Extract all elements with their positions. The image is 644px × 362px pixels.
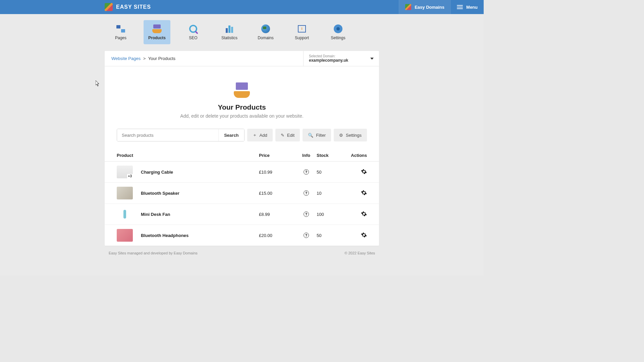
nav-label: Settings [331, 36, 345, 40]
product-price: £8.99 [259, 212, 296, 217]
product-name: Charging Cable [141, 170, 173, 175]
breadcrumb-separator: > [143, 56, 146, 61]
breadcrumb-row: Website Pages > Your Products Selected D… [105, 51, 379, 66]
mouse-cursor [96, 80, 100, 86]
info-icon[interactable]: ? [304, 169, 309, 175]
domain-selector[interactable]: Selected Domain: examplecompany.uk [303, 51, 379, 66]
nav-tabs: Pages Products SEO Statistics Domains Su… [0, 14, 484, 44]
info-icon[interactable]: ? [304, 212, 309, 217]
gear-icon: ⚙ [339, 133, 343, 138]
topbar: EASY SITES Easy Domains Menu [0, 0, 484, 14]
product-price: £10.99 [259, 170, 296, 175]
brand-name: EASY SITES [116, 4, 151, 10]
table-row[interactable]: Bluetooth Headphones£20.00?50 [105, 225, 379, 246]
row-actions-button[interactable] [361, 190, 367, 196]
main-card: Website Pages > Your Products Selected D… [105, 51, 379, 246]
support-icon [298, 25, 306, 33]
easy-domains-label: Easy Domains [415, 5, 444, 10]
breadcrumb: Website Pages > Your Products [105, 51, 303, 66]
product-name: Bluetooth Speaker [141, 191, 179, 196]
statistics-icon [226, 25, 233, 33]
col-product: Product [117, 153, 259, 158]
page-title: Your Products [111, 103, 372, 111]
search-input[interactable] [117, 129, 218, 141]
thumbnail-badge: +3 [127, 174, 133, 178]
seo-icon [189, 25, 197, 33]
globe-icon [261, 24, 270, 33]
nav-tab-products[interactable]: Products [144, 20, 170, 44]
nav-tab-domains[interactable]: Domains [252, 20, 279, 44]
nav-tab-pages[interactable]: Pages [107, 20, 134, 44]
product-price: £15.00 [259, 191, 296, 196]
nav-label: Support [295, 36, 309, 40]
chevron-down-icon [370, 58, 374, 60]
pages-icon [116, 25, 125, 33]
easy-domains-button[interactable]: Easy Domains [399, 0, 450, 14]
table-header: Product Price Info Stock Actions [105, 149, 379, 162]
logo-icon [105, 3, 113, 11]
edit-button[interactable]: ✎ Edit [275, 129, 300, 141]
menu-button[interactable]: Menu [450, 0, 484, 14]
col-stock: Stock [317, 153, 347, 158]
nav-label: Pages [115, 36, 126, 40]
menu-label: Menu [466, 5, 478, 10]
row-actions-button[interactable] [361, 232, 367, 238]
page-hero: Your Products Add, edit or delete your p… [105, 66, 379, 129]
breadcrumb-current: Your Products [148, 56, 175, 61]
col-info: Info [296, 153, 317, 158]
page-subtitle: Add, edit or delete your products availa… [111, 113, 372, 119]
product-name: Mini Desk Fan [141, 212, 170, 217]
nav-tab-statistics[interactable]: Statistics [216, 20, 243, 44]
footer-right: © 2022 Easy Sites [344, 251, 375, 255]
nav-tab-seo[interactable]: SEO [180, 20, 207, 44]
product-thumbnail [117, 187, 133, 199]
pencil-icon: ✎ [281, 133, 284, 138]
product-stock: 50 [317, 170, 347, 175]
table-body: +3Charging Cable£10.99?50Bluetooth Speak… [105, 162, 379, 246]
plus-icon: ＋ [253, 132, 257, 138]
nav-tab-settings[interactable]: Settings [325, 20, 352, 44]
nav-tab-support[interactable]: Support [288, 20, 315, 44]
nav-label: Domains [258, 36, 273, 40]
product-stock: 10 [317, 191, 347, 196]
product-name: Bluetooth Headphones [141, 233, 189, 238]
easy-domains-icon [405, 4, 411, 10]
product-stock: 100 [317, 212, 347, 217]
add-button[interactable]: ＋ Add [247, 129, 273, 141]
domain-selector-value: examplecompany.uk [309, 58, 370, 63]
breadcrumb-root-link[interactable]: Website Pages [111, 56, 141, 61]
magnifier-icon: 🔍 [308, 133, 313, 138]
products-hero-icon [233, 82, 250, 98]
domain-selector-label: Selected Domain: [309, 54, 370, 58]
nav-label: SEO [189, 36, 197, 40]
toolbar: Search ＋ Add ✎ Edit 🔍 Filter ⚙ Settings [105, 129, 379, 149]
add-label: Add [260, 133, 267, 138]
footer: Easy Sites managed and developed by Easy… [105, 248, 379, 258]
col-price: Price [259, 153, 296, 158]
footer-left: Easy Sites managed and developed by Easy… [109, 251, 198, 255]
table-row[interactable]: +3Charging Cable£10.99?50 [105, 162, 379, 183]
product-thumbnail: +3 [117, 166, 133, 178]
products-icon [152, 24, 162, 33]
table-row[interactable]: Mini Desk Fan£8.99?100 [105, 204, 379, 225]
product-thumbnail [117, 208, 133, 221]
row-actions-button[interactable] [361, 169, 367, 175]
info-icon[interactable]: ? [304, 233, 309, 238]
settings-icon [334, 24, 342, 33]
product-stock: 50 [317, 233, 347, 238]
filter-label: Filter [316, 133, 326, 138]
search-button[interactable]: Search [218, 129, 244, 141]
product-thumbnail [117, 229, 133, 242]
info-icon[interactable]: ? [304, 190, 309, 196]
hamburger-icon [457, 5, 463, 9]
nav-label: Statistics [221, 36, 237, 40]
search-wrap: Search [117, 129, 245, 141]
table-row[interactable]: Bluetooth Speaker£15.00?10 [105, 183, 379, 204]
settings-label: Settings [346, 133, 362, 138]
row-actions-button[interactable] [361, 211, 367, 217]
filter-button[interactable]: 🔍 Filter [303, 129, 331, 141]
brand-logo[interactable]: EASY SITES [105, 3, 151, 11]
nav-label: Products [148, 36, 166, 40]
settings-button[interactable]: ⚙ Settings [334, 129, 367, 141]
edit-label: Edit [287, 133, 294, 138]
